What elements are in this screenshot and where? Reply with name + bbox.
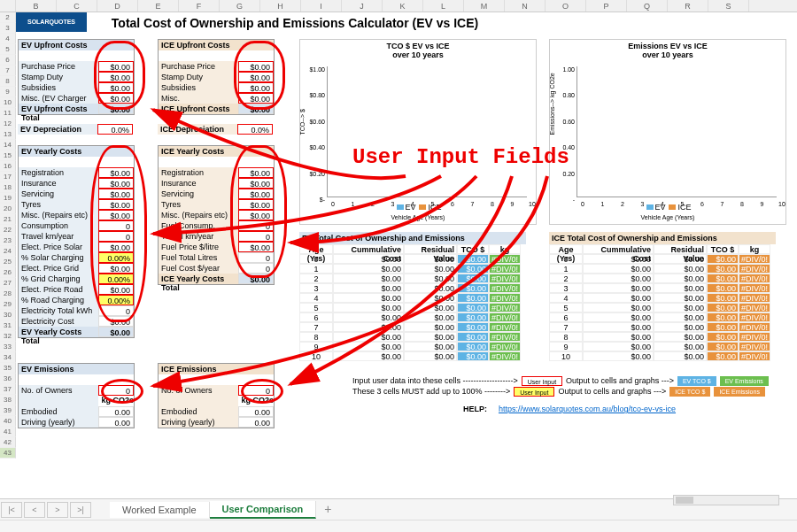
table-row: 4$0.00$0.00$0.00#DIV/0! [549, 293, 776, 303]
ev-upfront-box: EV Upfront Costs Purchase Price$0.00Stam… [18, 39, 135, 115]
cost-input[interactable]: $0.00 [238, 242, 274, 252]
cost-input[interactable]: $0.00 [98, 284, 134, 295]
help-legend: Input user data into these cells -------… [352, 375, 786, 414]
cost-input[interactable]: $0.00 [98, 199, 134, 210]
cost-label: Insurance [19, 178, 98, 189]
ev-yearly-box: EV Yearly Costs Registration$0.00Insuran… [18, 145, 135, 338]
tab-last-button[interactable]: >| [70, 502, 91, 518]
table-row: 1$0.00$0.00$0.00#DIV/0! [549, 264, 776, 274]
ice-owners-input[interactable]: 0 [238, 385, 274, 396]
cost-input[interactable]: $0.00 [238, 167, 274, 178]
table-row: 0$0.00$0.00$0.00#DIV/0! [299, 254, 526, 264]
help-output2: Output to cells and graphs ---> [558, 387, 666, 396]
tab-user-comparison[interactable]: User Comparison [210, 501, 317, 519]
cost-input[interactable]: $0.00 [98, 263, 134, 274]
cost-input[interactable]: $0.00 [238, 93, 274, 104]
cost-input[interactable]: 0.00% [98, 252, 134, 263]
spreadsheet: BCDEFGHIJKLMNOPQRS 234567891011121314151… [0, 0, 797, 505]
ice-dep-input[interactable]: 0.0% [237, 124, 273, 135]
help-label: HELP: [463, 405, 487, 413]
table-row: 8$0.00$0.00$0.00#DIV/0! [549, 332, 776, 342]
cost-input[interactable]: $0.00 [98, 167, 134, 178]
emissions-chart[interactable]: Emissions EV vs ICEover 10 years 1.000.8… [549, 39, 786, 225]
ice-tco-table: ICE Total Cost of Ownership and Emission… [549, 232, 776, 361]
cost-input[interactable]: $0.00 [238, 178, 274, 189]
cost-label: Stamp Duty [159, 72, 238, 82]
add-sheet-button[interactable]: + [317, 502, 338, 518]
cost-label: Fuel Price $/litre [159, 242, 238, 252]
emissions-legend: EV ICE [550, 203, 785, 212]
cost-input[interactable]: $0.00 [238, 189, 274, 199]
ice-dep-label: ICE Depreciation [158, 124, 237, 135]
ice-emissions-box: ICE Emissions No. of Owners0 kg CO2e Emb… [158, 363, 275, 428]
ice-em-chip: ICE Emissions [714, 387, 765, 397]
user-input-chip: User Input [522, 376, 562, 386]
cost-input[interactable]: 0 [98, 231, 134, 242]
cost-label: % Solar Charging [19, 252, 98, 263]
table-row: 5$0.00$0.00$0.00#DIV/0! [299, 303, 526, 312]
cost-input[interactable]: $0.00 [98, 210, 134, 220]
cost-input[interactable]: $0.00 [98, 189, 134, 199]
cost-input[interactable]: 0 [238, 231, 274, 242]
cost-input[interactable]: 0.00% [98, 295, 134, 305]
cost-input[interactable]: $0.00 [98, 61, 134, 72]
ice-upfront-total-label: ICE Upfront Costs Total [159, 104, 238, 114]
cost-input[interactable]: 0 [98, 220, 134, 231]
ice-yearly-total-value: $0.00 [238, 274, 274, 284]
sheet-tabs: |< < > >| Worked Example User Comparison… [0, 498, 797, 520]
cost-input[interactable]: $0.00 [98, 82, 134, 93]
cost-input[interactable]: 0.00% [98, 274, 134, 284]
ev-em-chip: EV Emissions [720, 376, 769, 386]
cost-input[interactable]: $0.00 [98, 93, 134, 104]
ice-upfront-box: ICE Upfront Costs Purchase Price$0.00Sta… [158, 39, 275, 115]
table-row: 10$0.00$0.00$0.00#DIV/0! [299, 351, 526, 361]
ice-tco-chip: ICE TCO $ [669, 387, 710, 397]
help-output1: Output to cells and graphs ---> [566, 376, 674, 385]
table-row: 9$0.00$0.00$0.00#DIV/0! [299, 342, 526, 351]
tab-first-button[interactable]: |< [1, 502, 22, 518]
cost-input[interactable]: $0.00 [98, 242, 134, 252]
cost-input[interactable]: $0.00 [98, 178, 134, 189]
cost-input[interactable]: $0.00 [238, 199, 274, 210]
help-link[interactable]: https://www.solarquotes.com.au/blog/tco-… [499, 405, 676, 413]
ice-yearly-box: ICE Yearly Costs Registration$0.00Insura… [158, 145, 275, 285]
cost-input[interactable]: $0.00 [238, 61, 274, 72]
ice-driving-value: 0.00 [238, 417, 274, 428]
table-row: 10$0.00$0.00$0.00#DIV/0! [549, 351, 776, 361]
cost-input[interactable]: 0 [238, 220, 274, 231]
tab-worked-example[interactable]: Worked Example [110, 502, 210, 518]
cost-label: Servicing [159, 189, 238, 199]
tab-prev-button[interactable]: < [24, 502, 45, 518]
table-row: 2$0.00$0.00$0.00#DIV/0! [299, 274, 526, 283]
cost-label: Misc. (Repairs etc) [159, 210, 238, 220]
column-headers: BCDEFGHIJKLMNOPQRS [0, 0, 797, 12]
table-row: 6$0.00$0.00$0.00#DIV/0! [299, 312, 526, 322]
cost-label: Fuel Consump. L/100km [159, 220, 238, 231]
horizontal-scrollbar[interactable] [673, 495, 779, 505]
cost-label: Tyres [159, 199, 238, 210]
ev-yearly-total-value: $0.00 [98, 327, 134, 337]
cost-label: Consumption kWh/100 [19, 220, 98, 231]
help-3cells-text: These 3 cells MUST add up to 100% ------… [352, 387, 510, 396]
table-row: 0$0.00$0.00$0.00#DIV/0! [549, 254, 776, 264]
row-headers: 2345678910111213141516171819202122232425… [0, 12, 16, 459]
ice-embodied-value: 0.00 [238, 406, 274, 417]
ev-dep-label: EV Depreciation [18, 124, 97, 135]
cost-input[interactable]: $0.00 [238, 72, 274, 82]
cost-input[interactable]: $0.00 [98, 72, 134, 82]
cost-label: Purchase Price [159, 61, 238, 72]
tco-chart[interactable]: TCO $ EV vs ICEover 10 years $1.00$0.80$… [299, 39, 537, 225]
cost-label: Misc. [159, 93, 238, 104]
ev-dep-input[interactable]: 0.0% [97, 124, 133, 135]
user-input-chip-2: User Input [514, 387, 554, 397]
cost-label: Travel km/year [159, 231, 238, 242]
cost-input: 0 [238, 252, 274, 263]
tab-next-button[interactable]: > [47, 502, 68, 518]
cost-input[interactable]: $0.00 [238, 210, 274, 220]
cost-input[interactable]: $0.00 [238, 82, 274, 93]
cost-label: Travel km/year [19, 231, 98, 242]
ev-owners-input[interactable]: 0 [98, 385, 134, 396]
cost-label: Misc. (EV Charger etc) [19, 93, 98, 104]
ice-upfront-header: ICE Upfront Costs [159, 40, 274, 50]
emissions-chart-title: Emissions EV vs ICEover 10 years [550, 40, 785, 61]
